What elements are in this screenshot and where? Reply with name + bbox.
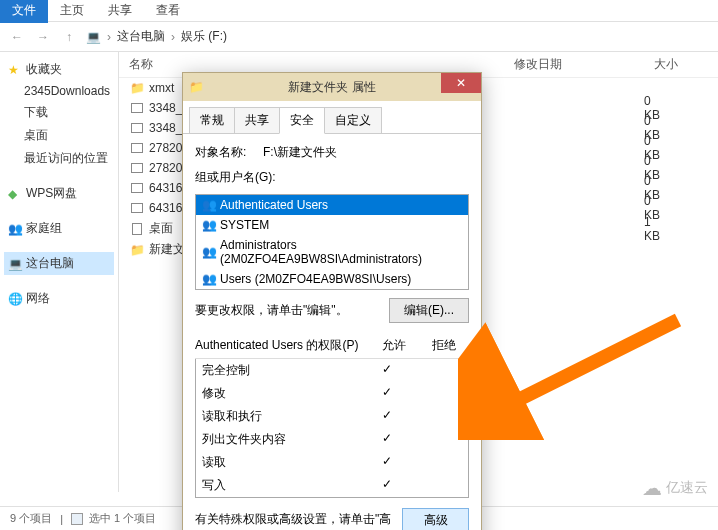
edit-button[interactable]: 编辑(E)... (389, 298, 469, 323)
toolbar: ← → ↑ 💻 › 这台电脑 › 娱乐 (F:) (0, 22, 718, 52)
image-icon (129, 200, 145, 216)
permission-row: 修改✓ (196, 382, 468, 405)
ribbon-tab-share[interactable]: 共享 (96, 0, 144, 23)
status-item-count: 9 个项目 (10, 511, 52, 526)
tab-share[interactable]: 共享 (234, 107, 280, 133)
star-icon: ★ (8, 63, 22, 77)
sidebar-wps[interactable]: ◆ WPS网盘 (4, 182, 114, 205)
user-list[interactable]: 👥 Authenticated Users 👥 SYSTEM 👥 Adminis… (195, 194, 469, 290)
col-size[interactable]: 大小 (654, 56, 714, 73)
dialog-body: 对象名称: F:\新建文件夹 组或用户名(G): 👥 Authenticated… (183, 133, 481, 530)
permission-allow-check: ✓ (362, 454, 412, 471)
permission-allow-check: ✓ (362, 431, 412, 448)
user-label: Administrators (2M0ZFO4EA9BW8SI\Administ… (220, 238, 462, 266)
permission-deny-check (412, 385, 462, 402)
sidebar-computer[interactable]: 💻 这台电脑 (4, 252, 114, 275)
image-icon (129, 140, 145, 156)
ribbon-tab-view[interactable]: 查看 (144, 0, 192, 23)
close-icon: ✕ (456, 76, 466, 90)
permission-allow-check: ✓ (362, 362, 412, 379)
user-label: SYSTEM (220, 218, 269, 232)
permission-header: Authenticated Users 的权限(P) 允许 拒绝 (195, 333, 469, 359)
advanced-button[interactable]: 高级(V) (402, 508, 469, 530)
text-file-icon (129, 221, 145, 237)
sidebar-item-desktop[interactable]: 桌面 (4, 124, 114, 147)
breadcrumb-computer-icon: 💻 (86, 30, 101, 44)
user-label: Authenticated Users (220, 198, 328, 212)
perm-header-name: Authenticated Users 的权限(P) (195, 337, 369, 354)
ribbon-file-tab[interactable]: 文件 (0, 0, 48, 23)
col-date[interactable]: 修改日期 (514, 56, 634, 73)
perm-header-deny: 拒绝 (419, 337, 469, 354)
dialog-titlebar[interactable]: 📁 新建文件夹 属性 ✕ (183, 73, 481, 101)
permission-row: 读取和执行✓ (196, 405, 468, 428)
permission-allow-check: ✓ (362, 408, 412, 425)
permission-deny-check (412, 431, 462, 448)
dialog-title-text: 新建文件夹 属性 (288, 79, 375, 96)
col-name[interactable]: 名称 (129, 56, 379, 73)
permission-allow-check: ✓ (362, 385, 412, 402)
ribbon-tab-home[interactable]: 主页 (48, 0, 96, 23)
cloud-disk-icon: ◆ (8, 187, 22, 201)
sidebar-favorites[interactable]: ★ 收藏夹 (4, 58, 114, 81)
permission-row: 列出文件夹内容✓ (196, 428, 468, 451)
chevron-right-icon: › (107, 30, 111, 44)
properties-dialog: 📁 新建文件夹 属性 ✕ 常规 共享 安全 自定义 对象名称: F:\新建文件夹… (182, 72, 482, 530)
back-icon[interactable]: ← (8, 30, 26, 44)
permission-label: 完全控制 (202, 362, 362, 379)
cloud-icon: ☁ (642, 476, 662, 500)
permission-label: 读取和执行 (202, 408, 362, 425)
sidebar-item-recent[interactable]: 最近访问的位置 (4, 147, 114, 170)
forward-icon[interactable]: → (34, 30, 52, 44)
sidebar: ★ 收藏夹 2345Downloads 下载 桌面 最近访问的位置 ◆ WPS网… (0, 52, 119, 492)
permission-row: 写入✓ (196, 474, 468, 497)
users-icon: 👥 (202, 245, 216, 259)
breadcrumb[interactable]: 💻 › 这台电脑 › 娱乐 (F:) (86, 28, 227, 45)
folder-icon: 📁 (129, 242, 145, 258)
sidebar-item-download2[interactable]: 下载 (4, 101, 114, 124)
tab-general[interactable]: 常规 (189, 107, 235, 133)
user-item-authenticated[interactable]: 👥 Authenticated Users (196, 195, 468, 215)
sidebar-item-downloads[interactable]: 2345Downloads (4, 81, 114, 101)
user-item-admins[interactable]: 👥 Administrators (2M0ZFO4EA9BW8SI\Admini… (196, 235, 468, 269)
status-checkbox-icon (71, 513, 83, 525)
object-name-label: 对象名称: (195, 145, 246, 159)
users-icon: 👥 (202, 218, 216, 232)
user-label: Users (2M0ZFO4EA9BW8SI\Users) (220, 272, 411, 286)
sidebar-homegroup[interactable]: 👥 家庭组 (4, 217, 114, 240)
permission-row: 完全控制✓ (196, 359, 468, 382)
breadcrumb-drive[interactable]: 娱乐 (F:) (181, 28, 227, 45)
watermark: ☁ 亿速云 (642, 476, 708, 500)
object-name-value: F:\新建文件夹 (263, 145, 337, 159)
image-icon (129, 180, 145, 196)
permission-deny-check (412, 362, 462, 379)
folder-icon: 📁 (129, 80, 145, 96)
file-size: 1 KB (644, 215, 718, 243)
permission-label: 读取 (202, 454, 362, 471)
permission-allow-check: ✓ (362, 477, 412, 494)
folder-icon: 📁 (189, 80, 204, 94)
group-label: 组或用户名(G): (195, 169, 469, 186)
image-icon (129, 120, 145, 136)
tab-custom[interactable]: 自定义 (324, 107, 382, 133)
perm-header-allow: 允许 (369, 337, 419, 354)
permission-label: 列出文件夹内容 (202, 431, 362, 448)
close-button[interactable]: ✕ (441, 73, 481, 93)
permission-label: 修改 (202, 385, 362, 402)
sidebar-wps-label: WPS网盘 (26, 185, 77, 202)
homegroup-icon: 👥 (8, 222, 22, 236)
sidebar-favorites-label: 收藏夹 (26, 61, 62, 78)
chevron-right-icon: › (171, 30, 175, 44)
up-icon[interactable]: ↑ (60, 30, 78, 44)
computer-icon: 💻 (8, 257, 22, 271)
status-selected: 选中 1 个项目 (89, 511, 156, 526)
tab-security[interactable]: 安全 (279, 107, 325, 134)
breadcrumb-root[interactable]: 这台电脑 (117, 28, 165, 45)
user-item-users[interactable]: 👥 Users (2M0ZFO4EA9BW8SI\Users) (196, 269, 468, 289)
sidebar-network[interactable]: 🌐 网络 (4, 287, 114, 310)
dialog-tabs: 常规 共享 安全 自定义 (183, 101, 481, 133)
image-icon (129, 100, 145, 116)
watermark-text: 亿速云 (666, 479, 708, 497)
permission-deny-check (412, 408, 462, 425)
user-item-system[interactable]: 👥 SYSTEM (196, 215, 468, 235)
